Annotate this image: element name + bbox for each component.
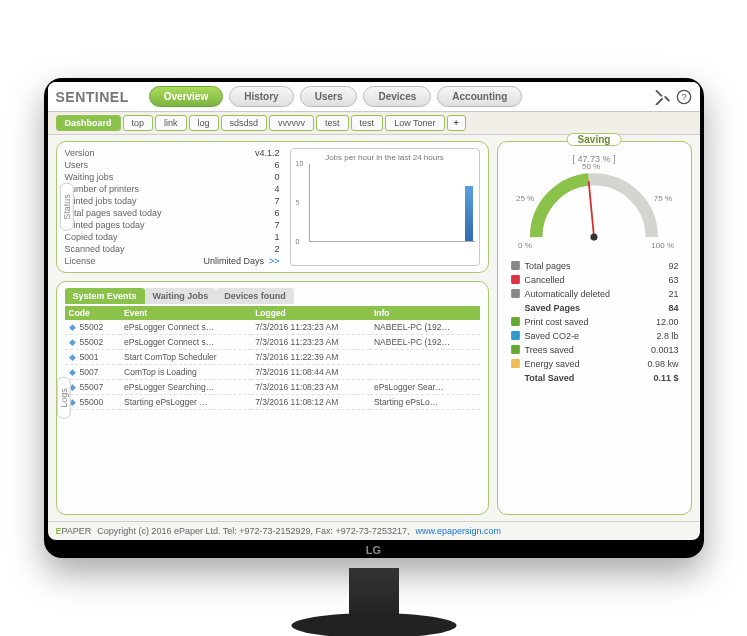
nav-tab-devices[interactable]: Devices (363, 86, 431, 107)
saving-row: Total Saved0.11 $ (510, 372, 679, 383)
subtab-0[interactable]: Dashboard (56, 115, 121, 131)
nav-tab-history[interactable]: History (229, 86, 293, 107)
info-icon: ◆ (69, 352, 78, 361)
log-col-event[interactable]: Event (120, 306, 251, 320)
logs-side-label: Logs (56, 377, 70, 419)
saving-row: Energy saved0.98 kw (510, 358, 679, 369)
saving-row: Saved Pages84 (510, 302, 679, 313)
chart-ytick: 10 (296, 160, 304, 167)
status-row: Users6 (65, 160, 280, 170)
footer-brand: EPAPER (56, 526, 92, 536)
table-row[interactable]: ◆5007ComTop is Loading7/3/2016 11:08:44 … (65, 365, 480, 380)
gauge-max: 100 % (651, 241, 674, 250)
tree-icon (510, 344, 521, 355)
status-row: LicenseUnlimited Days >> (65, 256, 280, 266)
pages-icon (510, 260, 521, 271)
status-panel: Status Versionv4.1.2Users6Waiting jobs0N… (56, 141, 489, 273)
subtab-5[interactable]: vvvvvv (269, 115, 314, 131)
svg-rect-6 (511, 289, 520, 298)
svg-line-2 (589, 181, 594, 237)
logs-panel: Logs System EventsWaiting JobsDevices fo… (56, 281, 489, 515)
svg-point-3 (590, 234, 597, 241)
subtab-7[interactable]: test (351, 115, 384, 131)
gauge-q1: 25 % (516, 194, 534, 203)
svg-text:?: ? (681, 92, 686, 102)
cancel-icon (510, 274, 521, 285)
svg-rect-9 (511, 345, 520, 354)
status-row: Waiting jobs0 (65, 172, 280, 182)
saving-title: Saving (567, 133, 622, 146)
table-row[interactable]: ◆55002ePsLogger Connect s…7/3/2016 11:23… (65, 320, 480, 335)
gauge-mid: 50 % (582, 162, 600, 171)
table-row[interactable]: ◆5001Start ComTop Scheduler7/3/2016 11:2… (65, 350, 480, 365)
saving-row: Automatically deleted21 (510, 288, 679, 299)
nav-tab-users[interactable]: Users (300, 86, 358, 107)
table-row[interactable]: ◆55002ePsLogger Connect s…7/3/2016 11:23… (65, 335, 480, 350)
chart-bar (465, 186, 473, 241)
saving-row: Saved CO2-e2.8 lb (510, 330, 679, 341)
gauge-min: 0 % (518, 241, 532, 250)
info-icon: ◆ (69, 322, 78, 331)
info-icon: ◆ (69, 337, 78, 346)
status-row: Printed pages today7 (65, 220, 280, 230)
topbar: SENTINEL OverviewHistoryUsersDevicesAcco… (48, 82, 700, 112)
subtab-8[interactable]: Low Toner (385, 115, 444, 131)
svg-rect-4 (511, 261, 520, 270)
table-row[interactable]: ◆55007ePsLogger Searching…7/3/2016 11:08… (65, 380, 480, 395)
energy-icon (510, 358, 521, 369)
saving-row: Cancelled63 (510, 274, 679, 285)
chart-ytick: 5 (296, 199, 300, 206)
log-tab-1[interactable]: Waiting Jobs (145, 288, 217, 304)
log-col-logged[interactable]: Logged (251, 306, 370, 320)
saving-row: Total pages92 (510, 260, 679, 271)
money-icon (510, 316, 521, 327)
saving-row: Trees saved0.0013 (510, 344, 679, 355)
svg-rect-10 (511, 359, 520, 368)
jobs-chart: Jobs per hour in the last 24 hours 0510 (290, 148, 480, 266)
status-row: Copied today1 (65, 232, 280, 242)
subtabs: DashboardtoplinklogsdsdsdvvvvvvtesttestL… (48, 112, 700, 135)
settings-tools-icon[interactable] (654, 89, 670, 105)
monitor-brand: LG (366, 544, 381, 556)
footer-text: Copyright (c) 2016 ePaper Ltd. Tel: +972… (97, 526, 409, 536)
chart-title: Jobs per hour in the last 24 hours (295, 153, 475, 162)
saving-panel: Saving [ 47.73 % ] 0 % 25 % (497, 141, 692, 515)
saving-gauge: 0 % 25 % 50 % 75 % 100 % (514, 166, 674, 246)
app-logo: SENTINEL (56, 89, 129, 105)
log-tab-0[interactable]: System Events (65, 288, 145, 304)
subtab-add[interactable]: + (447, 115, 466, 131)
subtab-6[interactable]: test (316, 115, 349, 131)
footer: EPAPER Copyright (c) 2016 ePaper Ltd. Te… (48, 521, 700, 540)
subtab-3[interactable]: log (189, 115, 219, 131)
svg-rect-5 (511, 275, 520, 284)
nav-tab-overview[interactable]: Overview (149, 86, 223, 107)
log-tab-2[interactable]: Devices found (216, 288, 294, 304)
svg-rect-8 (511, 331, 520, 340)
subtab-2[interactable]: link (155, 115, 187, 131)
cloud-icon (510, 330, 521, 341)
svg-rect-7 (511, 317, 520, 326)
status-row: Versionv4.1.2 (65, 148, 280, 158)
log-col-info[interactable]: Info (370, 306, 480, 320)
saving-row: Print cost saved12.00 (510, 316, 679, 327)
status-row: Total pages saved today6 (65, 208, 280, 218)
license-link[interactable]: >> (269, 256, 280, 266)
status-side-label: Status (59, 183, 73, 231)
gauge-q3: 75 % (654, 194, 672, 203)
status-row: Printed jobs today7 (65, 196, 280, 206)
chart-ytick: 0 (296, 238, 300, 245)
subtab-1[interactable]: top (123, 115, 154, 131)
footer-link[interactable]: www.epapersign.com (415, 526, 501, 536)
log-table: CodeEventLoggedInfo ◆55002ePsLogger Conn… (65, 306, 480, 410)
info-icon: ◆ (69, 367, 78, 376)
nav-tab-accounting[interactable]: Accounting (437, 86, 522, 107)
subtab-4[interactable]: sdsdsd (221, 115, 268, 131)
status-row: Scanned today2 (65, 244, 280, 254)
status-row: Number of printers4 (65, 184, 280, 194)
help-icon[interactable]: ? (676, 89, 692, 105)
table-row[interactable]: ◆55000Starting ePsLogger …7/3/2016 11:08… (65, 395, 480, 410)
log-col-code[interactable]: Code (65, 306, 121, 320)
auto-delete-icon (510, 288, 521, 299)
